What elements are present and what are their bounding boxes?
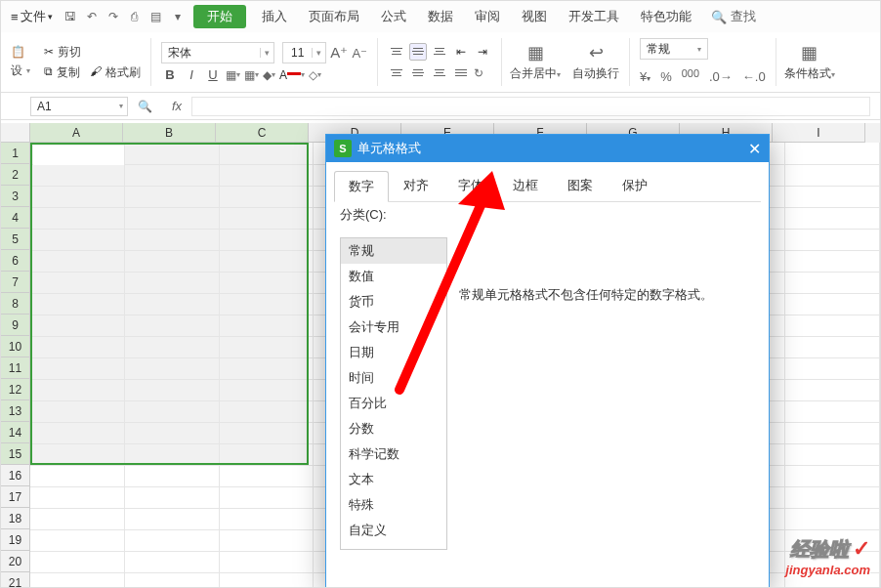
tab-insert[interactable]: 插入: [252, 5, 297, 28]
settings-label[interactable]: 设: [11, 63, 22, 79]
col-header[interactable]: A: [30, 123, 123, 143]
more-icon[interactable]: ▾: [168, 7, 188, 26]
indent-right-icon[interactable]: ⇥: [474, 43, 491, 61]
comma-icon[interactable]: 000: [682, 67, 699, 85]
print-icon[interactable]: ⎙: [125, 7, 145, 26]
tab-formula[interactable]: 公式: [371, 5, 416, 28]
category-item[interactable]: 时间: [341, 365, 446, 391]
tab-dev[interactable]: 开发工具: [559, 5, 629, 28]
dialog-tab[interactable]: 图案: [553, 170, 608, 201]
file-menu[interactable]: ≡文件▾: [5, 6, 59, 27]
row-header[interactable]: 4: [1, 207, 30, 229]
underline-button[interactable]: U: [204, 67, 222, 82]
tab-start[interactable]: 开始: [193, 5, 246, 28]
number-format-combo[interactable]: 常规▾: [640, 38, 708, 60]
dialog-titlebar[interactable]: S 单元格格式 ✕: [326, 135, 769, 162]
row-header[interactable]: 16: [1, 465, 30, 486]
formula-input[interactable]: [191, 97, 870, 116]
indent-left-icon[interactable]: ⇤: [452, 43, 470, 61]
font-size-combo[interactable]: 11▾: [282, 42, 326, 63]
auto-wrap-button[interactable]: ↩ 自动换行: [568, 34, 623, 90]
tab-special[interactable]: 特色功能: [631, 5, 701, 28]
category-list[interactable]: 常规数值货币会计专用日期时间百分比分数科学记数文本特殊自定义: [340, 237, 447, 550]
align-left-icon[interactable]: [388, 64, 405, 82]
category-item[interactable]: 自定义: [341, 518, 446, 543]
tab-view[interactable]: 视图: [512, 5, 557, 28]
row-header[interactable]: 12: [1, 379, 30, 400]
align-bottom-icon[interactable]: [431, 43, 448, 61]
row-header[interactable]: 15: [1, 443, 30, 465]
close-icon[interactable]: ✕: [748, 140, 761, 158]
align-top-icon[interactable]: [388, 43, 405, 61]
category-item[interactable]: 常规: [341, 238, 446, 264]
percent-icon[interactable]: %: [660, 69, 672, 84]
currency-icon[interactable]: ¥▾: [640, 69, 650, 84]
save-icon[interactable]: 🖫: [61, 7, 80, 26]
redo-icon[interactable]: ↷: [104, 7, 123, 26]
dialog-tab[interactable]: 对齐: [389, 170, 443, 201]
col-header[interactable]: B: [123, 123, 216, 143]
row-header[interactable]: 3: [1, 186, 30, 207]
cut-button[interactable]: ✂ 剪切: [44, 44, 141, 61]
dialog-tab[interactable]: 边框: [498, 170, 553, 201]
decrease-font-icon[interactable]: A⁻: [352, 46, 367, 61]
bold-button[interactable]: B: [161, 67, 179, 82]
preview-icon[interactable]: ▤: [147, 7, 166, 26]
row-header[interactable]: 10: [1, 336, 30, 357]
cond-format-button[interactable]: ▦ 条件格式▾: [782, 34, 837, 90]
row-header[interactable]: 2: [1, 164, 30, 186]
dialog-tab[interactable]: 字体: [443, 170, 498, 201]
row-header[interactable]: 18: [1, 508, 30, 529]
row-header[interactable]: 7: [1, 272, 30, 293]
row-header[interactable]: 17: [1, 486, 30, 508]
row-header[interactable]: 11: [1, 357, 30, 379]
tab-page-layout[interactable]: 页面布局: [299, 5, 369, 28]
name-box[interactable]: A1▾: [30, 97, 128, 116]
row-header[interactable]: 19: [1, 529, 30, 551]
category-item[interactable]: 特殊: [341, 492, 446, 518]
italic-button[interactable]: I: [183, 67, 200, 82]
row-header[interactable]: 8: [1, 293, 30, 315]
category-item[interactable]: 文本: [341, 467, 446, 492]
category-item[interactable]: 会计专用: [341, 315, 446, 340]
align-center-icon[interactable]: [409, 64, 427, 82]
justify-icon[interactable]: [452, 64, 470, 82]
cell-fill-button[interactable]: ▦▾: [244, 68, 259, 82]
row-header[interactable]: 20: [1, 551, 30, 572]
tab-data[interactable]: 数据: [418, 5, 463, 28]
col-header[interactable]: C: [216, 123, 309, 143]
row-header[interactable]: 6: [1, 250, 30, 272]
dialog-tab[interactable]: 保护: [608, 170, 662, 201]
merge-center-button[interactable]: ▦ 合并居中▾: [508, 34, 563, 90]
row-header[interactable]: 1: [1, 143, 30, 164]
decrease-decimal-icon[interactable]: ←.0: [742, 69, 766, 84]
row-header[interactable]: 21: [1, 572, 30, 588]
search-menu[interactable]: 🔍 查找: [711, 8, 756, 25]
undo-icon[interactable]: ↶: [82, 7, 102, 26]
col-header[interactable]: I: [773, 123, 865, 143]
row-header[interactable]: 5: [1, 229, 30, 250]
dialog-tab[interactable]: 数字: [334, 171, 389, 202]
category-item[interactable]: 科学记数: [341, 441, 446, 467]
select-all-corner[interactable]: [1, 123, 30, 143]
align-middle-icon[interactable]: [409, 43, 427, 61]
fx-icon[interactable]: fx: [172, 99, 182, 113]
increase-font-icon[interactable]: A⁺: [330, 44, 348, 62]
category-item[interactable]: 分数: [341, 416, 446, 441]
tab-review[interactable]: 审阅: [465, 5, 510, 28]
paste-icon[interactable]: 📋: [11, 45, 25, 59]
category-item[interactable]: 数值: [341, 264, 446, 289]
font-color-button[interactable]: A▾: [279, 68, 305, 82]
category-item[interactable]: 日期: [341, 340, 446, 365]
orientation-icon[interactable]: ↻: [474, 66, 483, 80]
fill-color-button[interactable]: ◆▾: [263, 68, 275, 82]
row-header[interactable]: 13: [1, 400, 30, 422]
category-item[interactable]: 货币: [341, 289, 446, 315]
border-button[interactable]: ▦▾: [226, 68, 240, 82]
align-right-icon[interactable]: [431, 64, 448, 82]
copy-button[interactable]: ⧉复制: [44, 64, 80, 81]
format-painter-button[interactable]: 🖌格式刷: [90, 64, 141, 81]
zoom-icon[interactable]: 🔍: [138, 100, 152, 113]
category-item[interactable]: 百分比: [341, 391, 446, 416]
highlight-button[interactable]: ◇▾: [309, 68, 321, 82]
